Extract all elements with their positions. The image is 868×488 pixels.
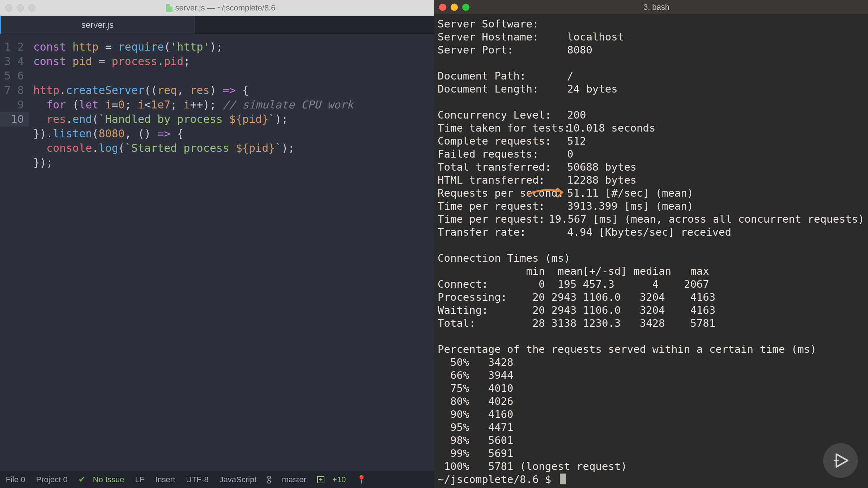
plus-icon: + xyxy=(317,476,324,483)
terminal-titlebar: 3. bash xyxy=(434,0,868,14)
editor-titlebar: server.js — ~/jscomplete/8.6 xyxy=(0,0,434,16)
code-area[interactable]: 1 2 3 4 5 6 7 8 9 10 const http = requir… xyxy=(0,34,434,471)
tab-server-js[interactable]: server.js xyxy=(0,16,195,34)
sb-project[interactable]: Project 0 xyxy=(36,475,68,484)
sb-language[interactable]: JavaScript xyxy=(220,475,257,484)
pin-icon[interactable]: 📍 xyxy=(357,475,366,484)
sb-insert[interactable]: Insert xyxy=(155,475,175,484)
minimize-icon[interactable] xyxy=(451,4,458,11)
check-icon: ✔ xyxy=(78,475,85,484)
close-icon[interactable] xyxy=(5,4,12,12)
window-controls[interactable] xyxy=(5,4,35,12)
sb-issue[interactable]: ✔ No Issue xyxy=(78,475,124,484)
editor-window: server.js — ~/jscomplete/8.6 server.js 1… xyxy=(0,0,434,488)
tab-label: server.js xyxy=(81,20,114,30)
editor-tabbar: server.js xyxy=(0,16,434,34)
file-icon xyxy=(166,4,173,12)
terminal-title: 3. bash xyxy=(474,3,868,12)
terminal-output[interactable]: Server Software:Server Hostname:localhos… xyxy=(434,14,868,488)
sb-branch[interactable]: master xyxy=(267,475,306,484)
play-badge-icon xyxy=(823,443,858,478)
line-gutter: 1 2 3 4 5 6 7 8 9 10 xyxy=(0,34,29,471)
sb-encoding[interactable]: UTF-8 xyxy=(186,475,208,484)
editor-title-text: server.js — ~/jscomplete/8.6 xyxy=(175,3,276,13)
sb-diff[interactable]: + +10 xyxy=(317,475,346,484)
editor-statusbar: File 0 Project 0 ✔ No Issue LF Insert UT… xyxy=(0,471,434,488)
terminal-window: 3. bash Server Software:Server Hostname:… xyxy=(434,0,868,488)
close-icon[interactable] xyxy=(439,4,446,11)
zoom-icon[interactable] xyxy=(28,4,35,12)
minimize-icon[interactable] xyxy=(17,4,24,12)
sb-eol[interactable]: LF xyxy=(135,475,145,484)
sb-file[interactable]: File 0 xyxy=(6,475,25,484)
git-branch-icon xyxy=(267,476,274,484)
editor-title: server.js — ~/jscomplete/8.6 xyxy=(40,3,434,13)
code-content[interactable]: const http = require('http'); const pid … xyxy=(29,34,434,471)
zoom-icon[interactable] xyxy=(462,4,469,11)
